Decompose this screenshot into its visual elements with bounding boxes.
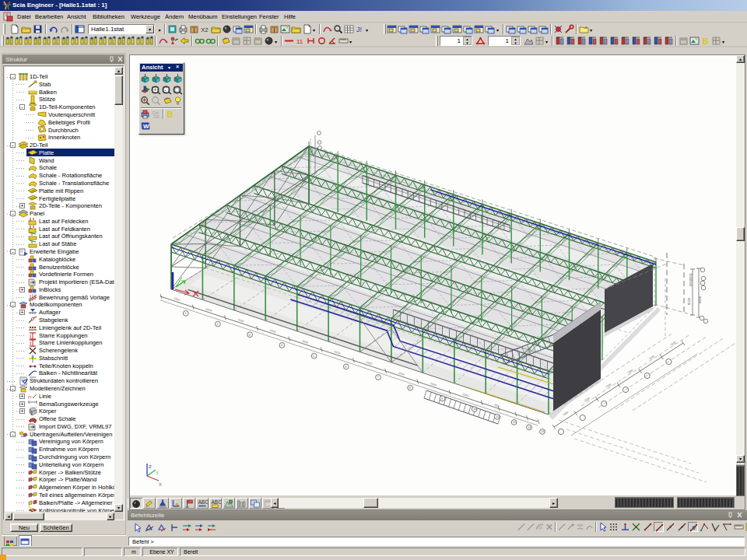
svg-text:7: 7: [377, 376, 379, 379]
svg-text:11: 11: [496, 415, 499, 418]
svg-text:8: 8: [409, 387, 411, 390]
svg-text:4: 4: [281, 344, 282, 347]
svg-text:Y: Y: [156, 471, 159, 475]
svg-text:+: +: [584, 25, 587, 30]
svg-text:ABC: ABC: [198, 499, 209, 505]
svg-text:X: X: [159, 482, 162, 487]
svg-text:10: 10: [473, 408, 476, 411]
svg-text:2: 2: [216, 323, 218, 326]
svg-text:14: 14: [542, 430, 545, 433]
svg-text:ABC: ABC: [212, 499, 222, 505]
svg-text:9: 9: [441, 397, 443, 401]
svg-text:J!: J!: [356, 26, 362, 33]
svg-text:7500: 7500: [562, 411, 569, 417]
svg-text:Z: Z: [149, 464, 152, 469]
svg-text:13: 13: [528, 426, 531, 429]
svg-text:1: 1: [184, 312, 186, 315]
svg-text:24000: 24000: [310, 146, 314, 154]
svg-text:G: G: [539, 525, 542, 530]
svg-text:600(600): 600(600): [689, 273, 693, 286]
svg-text:3: 3: [249, 334, 251, 337]
svg-text:11: 11: [296, 38, 303, 45]
svg-text:5: 5: [313, 355, 314, 358]
svg-text:12: 12: [513, 421, 516, 424]
svg-text:8100: 8100: [687, 297, 691, 305]
svg-text:X2: X2: [201, 26, 209, 33]
svg-text:6: 6: [345, 366, 346, 369]
svg-text:6000: 6000: [698, 296, 702, 303]
svg-text:B: B: [703, 37, 709, 46]
